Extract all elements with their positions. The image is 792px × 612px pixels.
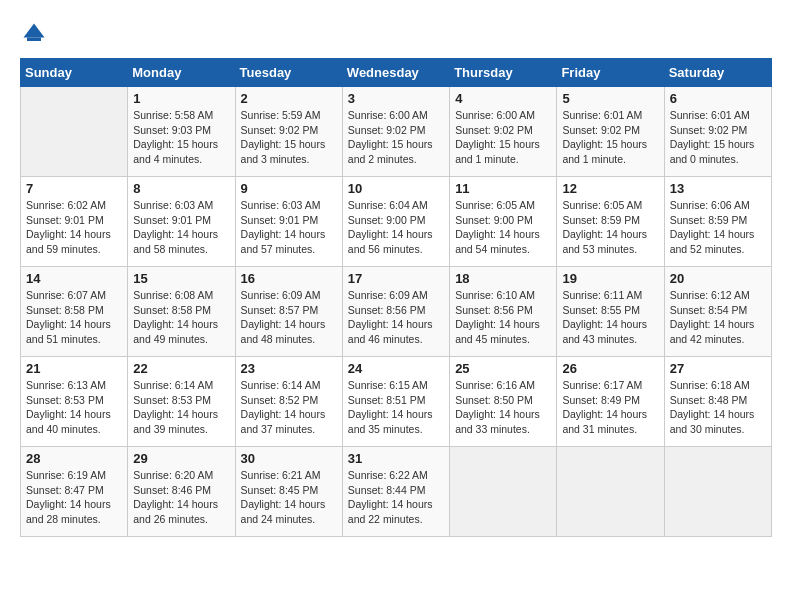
day-number: 20	[670, 271, 766, 286]
day-info: Sunrise: 5:59 AMSunset: 9:02 PMDaylight:…	[241, 108, 337, 167]
day-info: Sunrise: 6:16 AMSunset: 8:50 PMDaylight:…	[455, 378, 551, 437]
calendar-week-3: 14Sunrise: 6:07 AMSunset: 8:58 PMDayligh…	[21, 267, 772, 357]
day-info: Sunrise: 6:17 AMSunset: 8:49 PMDaylight:…	[562, 378, 658, 437]
calendar-cell: 4Sunrise: 6:00 AMSunset: 9:02 PMDaylight…	[450, 87, 557, 177]
day-number: 1	[133, 91, 229, 106]
calendar-cell: 11Sunrise: 6:05 AMSunset: 9:00 PMDayligh…	[450, 177, 557, 267]
calendar-cell: 30Sunrise: 6:21 AMSunset: 8:45 PMDayligh…	[235, 447, 342, 537]
day-info: Sunrise: 6:01 AMSunset: 9:02 PMDaylight:…	[562, 108, 658, 167]
day-number: 30	[241, 451, 337, 466]
calendar-cell: 14Sunrise: 6:07 AMSunset: 8:58 PMDayligh…	[21, 267, 128, 357]
calendar-cell: 19Sunrise: 6:11 AMSunset: 8:55 PMDayligh…	[557, 267, 664, 357]
day-number: 9	[241, 181, 337, 196]
calendar-header-row: SundayMondayTuesdayWednesdayThursdayFrid…	[21, 59, 772, 87]
calendar-cell: 24Sunrise: 6:15 AMSunset: 8:51 PMDayligh…	[342, 357, 449, 447]
calendar-week-5: 28Sunrise: 6:19 AMSunset: 8:47 PMDayligh…	[21, 447, 772, 537]
day-info: Sunrise: 6:06 AMSunset: 8:59 PMDaylight:…	[670, 198, 766, 257]
day-info: Sunrise: 6:01 AMSunset: 9:02 PMDaylight:…	[670, 108, 766, 167]
page-header	[20, 20, 772, 48]
day-number: 2	[241, 91, 337, 106]
day-number: 21	[26, 361, 122, 376]
day-info: Sunrise: 6:03 AMSunset: 9:01 PMDaylight:…	[241, 198, 337, 257]
logo	[20, 20, 52, 48]
calendar-cell: 13Sunrise: 6:06 AMSunset: 8:59 PMDayligh…	[664, 177, 771, 267]
day-info: Sunrise: 6:08 AMSunset: 8:58 PMDaylight:…	[133, 288, 229, 347]
svg-rect-1	[27, 38, 41, 42]
day-info: Sunrise: 6:05 AMSunset: 8:59 PMDaylight:…	[562, 198, 658, 257]
day-number: 25	[455, 361, 551, 376]
day-number: 17	[348, 271, 444, 286]
calendar-cell: 8Sunrise: 6:03 AMSunset: 9:01 PMDaylight…	[128, 177, 235, 267]
calendar-cell: 12Sunrise: 6:05 AMSunset: 8:59 PMDayligh…	[557, 177, 664, 267]
day-header-tuesday: Tuesday	[235, 59, 342, 87]
day-header-wednesday: Wednesday	[342, 59, 449, 87]
day-number: 23	[241, 361, 337, 376]
day-number: 6	[670, 91, 766, 106]
calendar-cell: 17Sunrise: 6:09 AMSunset: 8:56 PMDayligh…	[342, 267, 449, 357]
day-number: 22	[133, 361, 229, 376]
day-info: Sunrise: 6:09 AMSunset: 8:56 PMDaylight:…	[348, 288, 444, 347]
calendar-cell: 7Sunrise: 6:02 AMSunset: 9:01 PMDaylight…	[21, 177, 128, 267]
calendar-cell: 31Sunrise: 6:22 AMSunset: 8:44 PMDayligh…	[342, 447, 449, 537]
day-info: Sunrise: 6:03 AMSunset: 9:01 PMDaylight:…	[133, 198, 229, 257]
calendar-week-1: 1Sunrise: 5:58 AMSunset: 9:03 PMDaylight…	[21, 87, 772, 177]
day-number: 3	[348, 91, 444, 106]
day-info: Sunrise: 6:18 AMSunset: 8:48 PMDaylight:…	[670, 378, 766, 437]
day-number: 4	[455, 91, 551, 106]
day-number: 29	[133, 451, 229, 466]
day-number: 27	[670, 361, 766, 376]
day-header-sunday: Sunday	[21, 59, 128, 87]
day-number: 31	[348, 451, 444, 466]
calendar-cell: 18Sunrise: 6:10 AMSunset: 8:56 PMDayligh…	[450, 267, 557, 357]
calendar-cell: 29Sunrise: 6:20 AMSunset: 8:46 PMDayligh…	[128, 447, 235, 537]
calendar-cell: 9Sunrise: 6:03 AMSunset: 9:01 PMDaylight…	[235, 177, 342, 267]
day-number: 24	[348, 361, 444, 376]
day-info: Sunrise: 6:20 AMSunset: 8:46 PMDaylight:…	[133, 468, 229, 527]
calendar-cell: 6Sunrise: 6:01 AMSunset: 9:02 PMDaylight…	[664, 87, 771, 177]
calendar-cell: 15Sunrise: 6:08 AMSunset: 8:58 PMDayligh…	[128, 267, 235, 357]
svg-marker-0	[24, 24, 45, 38]
day-info: Sunrise: 5:58 AMSunset: 9:03 PMDaylight:…	[133, 108, 229, 167]
calendar-cell: 28Sunrise: 6:19 AMSunset: 8:47 PMDayligh…	[21, 447, 128, 537]
day-number: 10	[348, 181, 444, 196]
calendar-cell	[21, 87, 128, 177]
day-header-monday: Monday	[128, 59, 235, 87]
calendar-week-2: 7Sunrise: 6:02 AMSunset: 9:01 PMDaylight…	[21, 177, 772, 267]
calendar-body: 1Sunrise: 5:58 AMSunset: 9:03 PMDaylight…	[21, 87, 772, 537]
calendar-cell: 20Sunrise: 6:12 AMSunset: 8:54 PMDayligh…	[664, 267, 771, 357]
day-number: 5	[562, 91, 658, 106]
day-number: 11	[455, 181, 551, 196]
day-header-saturday: Saturday	[664, 59, 771, 87]
day-info: Sunrise: 6:05 AMSunset: 9:00 PMDaylight:…	[455, 198, 551, 257]
day-info: Sunrise: 6:00 AMSunset: 9:02 PMDaylight:…	[348, 108, 444, 167]
day-info: Sunrise: 6:22 AMSunset: 8:44 PMDaylight:…	[348, 468, 444, 527]
calendar-cell: 21Sunrise: 6:13 AMSunset: 8:53 PMDayligh…	[21, 357, 128, 447]
calendar-cell: 5Sunrise: 6:01 AMSunset: 9:02 PMDaylight…	[557, 87, 664, 177]
day-info: Sunrise: 6:12 AMSunset: 8:54 PMDaylight:…	[670, 288, 766, 347]
day-number: 12	[562, 181, 658, 196]
day-info: Sunrise: 6:04 AMSunset: 9:00 PMDaylight:…	[348, 198, 444, 257]
calendar-cell: 23Sunrise: 6:14 AMSunset: 8:52 PMDayligh…	[235, 357, 342, 447]
logo-icon	[20, 20, 48, 48]
calendar-table: SundayMondayTuesdayWednesdayThursdayFrid…	[20, 58, 772, 537]
day-number: 26	[562, 361, 658, 376]
calendar-week-4: 21Sunrise: 6:13 AMSunset: 8:53 PMDayligh…	[21, 357, 772, 447]
day-info: Sunrise: 6:11 AMSunset: 8:55 PMDaylight:…	[562, 288, 658, 347]
day-number: 15	[133, 271, 229, 286]
calendar-cell: 27Sunrise: 6:18 AMSunset: 8:48 PMDayligh…	[664, 357, 771, 447]
day-number: 28	[26, 451, 122, 466]
day-info: Sunrise: 6:07 AMSunset: 8:58 PMDaylight:…	[26, 288, 122, 347]
day-number: 7	[26, 181, 122, 196]
day-number: 19	[562, 271, 658, 286]
day-header-friday: Friday	[557, 59, 664, 87]
calendar-cell	[557, 447, 664, 537]
day-number: 16	[241, 271, 337, 286]
calendar-cell: 22Sunrise: 6:14 AMSunset: 8:53 PMDayligh…	[128, 357, 235, 447]
day-info: Sunrise: 6:10 AMSunset: 8:56 PMDaylight:…	[455, 288, 551, 347]
calendar-cell: 26Sunrise: 6:17 AMSunset: 8:49 PMDayligh…	[557, 357, 664, 447]
calendar-cell: 3Sunrise: 6:00 AMSunset: 9:02 PMDaylight…	[342, 87, 449, 177]
day-info: Sunrise: 6:21 AMSunset: 8:45 PMDaylight:…	[241, 468, 337, 527]
day-number: 13	[670, 181, 766, 196]
day-number: 18	[455, 271, 551, 286]
day-info: Sunrise: 6:14 AMSunset: 8:53 PMDaylight:…	[133, 378, 229, 437]
